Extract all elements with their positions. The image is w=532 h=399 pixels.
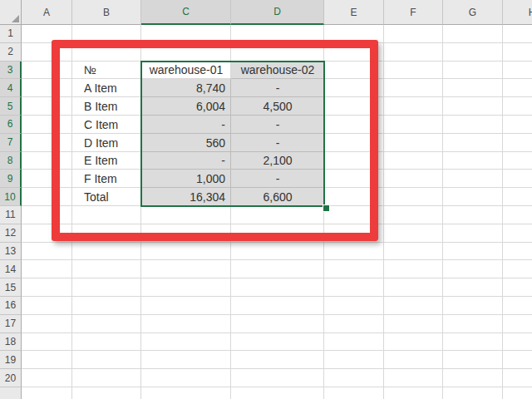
cell-E15[interactable] [324,278,384,297]
cell-B20[interactable] [72,369,141,387]
cell-D21[interactable] [231,387,324,399]
cell-A5[interactable] [22,97,72,116]
cell-A15[interactable] [22,278,72,297]
cell-F10[interactable] [384,188,443,206]
cell-D17[interactable] [231,315,324,333]
cell-H2[interactable] [503,43,532,62]
row-header-1[interactable]: 1 [0,25,22,43]
cell-A10[interactable] [22,188,72,206]
cell-F1[interactable] [384,25,443,43]
cell-H20[interactable] [503,369,532,387]
cell-C17[interactable] [141,315,231,333]
cell-B14[interactable] [72,260,141,278]
cell-G21[interactable] [443,387,503,399]
cell-E10[interactable] [324,188,384,206]
cell-E20[interactable] [324,369,384,387]
cell-G15[interactable] [443,278,503,297]
row-header-21[interactable] [0,387,22,399]
cell-E21[interactable] [324,387,384,399]
cell-A14[interactable] [22,260,72,278]
column-header-d[interactable]: D [231,0,324,25]
cell-E8[interactable] [324,152,384,170]
cell-F7[interactable] [384,134,443,152]
cell-G10[interactable] [443,188,503,206]
cell-F18[interactable] [384,333,443,352]
column-header-g[interactable]: G [443,0,503,25]
cell-D1[interactable] [231,25,324,43]
cell-F6[interactable] [384,116,443,134]
cell-G13[interactable] [443,243,503,261]
column-header-e[interactable]: E [324,0,384,25]
cell-H9[interactable] [503,170,532,188]
cell-F15[interactable] [384,278,443,297]
cell-D14[interactable] [231,260,324,278]
column-header-f[interactable]: F [384,0,443,25]
row-header-15[interactable]: 15 [0,278,22,297]
cell-A16[interactable] [22,297,72,315]
cell-G6[interactable] [443,116,503,134]
cell-C1[interactable] [141,25,231,43]
cell-B15[interactable] [72,278,141,297]
cell-E4[interactable] [324,79,384,97]
cell-C11[interactable] [141,206,231,224]
cell-H10[interactable] [503,188,532,206]
cell-H11[interactable] [503,206,532,224]
row-header-8[interactable]: 8 [0,152,22,170]
row-header-4[interactable]: 4 [0,79,22,97]
cell-F19[interactable] [384,351,443,369]
cell-H5[interactable] [503,97,532,116]
row-header-14[interactable]: 14 [0,260,22,278]
row-header-10[interactable]: 10 [0,188,22,206]
cell-A19[interactable] [22,351,72,369]
cell-G8[interactable] [443,152,503,170]
cell-F2[interactable] [384,43,443,62]
cell-E11[interactable] [324,206,384,224]
cell-H3[interactable] [503,62,532,80]
cell-F14[interactable] [384,260,443,278]
row-header-11[interactable]: 11 [0,206,22,224]
cell-F20[interactable] [384,369,443,387]
cell-F5[interactable] [384,97,443,116]
row-header-13[interactable]: 13 [0,243,22,261]
cell-F17[interactable] [384,315,443,333]
cell-E13[interactable] [324,243,384,261]
row-header-2[interactable]: 2 [0,43,22,62]
cell-G17[interactable] [443,315,503,333]
cell-H17[interactable] [503,315,532,333]
cell-H1[interactable] [503,25,532,43]
cell-G18[interactable] [443,333,503,352]
cell-D13[interactable] [231,243,324,261]
cell-A1[interactable] [22,25,72,43]
cell-F11[interactable] [384,206,443,224]
cell-H21[interactable] [503,387,532,399]
cell-F21[interactable] [384,387,443,399]
cell-E7[interactable] [324,134,384,152]
row-header-5[interactable]: 5 [0,97,22,116]
cell-A7[interactable] [22,134,72,152]
cell-D18[interactable] [231,333,324,352]
cell-F12[interactable] [384,224,443,243]
cell-D12[interactable] [231,224,324,243]
cell-G16[interactable] [443,297,503,315]
cell-B2[interactable] [72,43,141,62]
cell-H19[interactable] [503,351,532,369]
row-header-19[interactable]: 19 [0,351,22,369]
cell-C14[interactable] [141,260,231,278]
cell-C19[interactable] [141,351,231,369]
cell-D20[interactable] [231,369,324,387]
cell-H14[interactable] [503,260,532,278]
cell-E16[interactable] [324,297,384,315]
cell-E5[interactable] [324,97,384,116]
cell-G7[interactable] [443,134,503,152]
cell-A2[interactable] [22,43,72,62]
column-header-c[interactable]: C [141,0,231,25]
cell-D16[interactable] [231,297,324,315]
cell-E2[interactable] [324,43,384,62]
cell-G3[interactable] [443,62,503,80]
row-header-20[interactable]: 20 [0,369,22,387]
cell-A3[interactable] [22,62,72,80]
cell-H12[interactable] [503,224,532,243]
cell-D2[interactable] [231,43,324,62]
cell-A18[interactable] [22,333,72,352]
select-all-button[interactable] [0,0,22,25]
